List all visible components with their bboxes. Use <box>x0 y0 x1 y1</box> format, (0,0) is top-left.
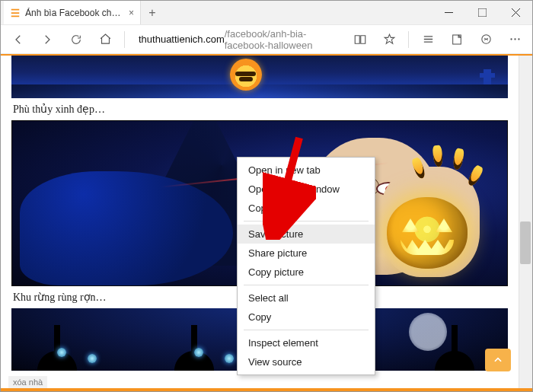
url-host: thuthuattienich.com <box>139 33 225 45</box>
address-bar[interactable]: thuthuattienich.com/facebook/anh-bia-fac… <box>131 29 344 50</box>
context-menu-item[interactable]: Copy <box>238 308 375 327</box>
svg-point-4 <box>510 38 512 40</box>
scroll-to-top-button[interactable] <box>485 349 511 371</box>
window-controls <box>432 1 532 24</box>
status-overlay-text: xóa nhà <box>8 376 47 388</box>
favorite-button[interactable] <box>376 28 402 51</box>
context-menu-item[interactable]: Save picture <box>238 225 375 244</box>
cross-shape <box>484 69 491 84</box>
separator <box>408 31 409 48</box>
notes-button[interactable] <box>444 28 470 51</box>
minimize-button[interactable] <box>432 1 465 24</box>
hub-button[interactable] <box>415 28 441 51</box>
maximize-button[interactable] <box>465 1 499 24</box>
context-menu-item[interactable]: Copy picture <box>238 263 375 282</box>
toolbar: thuthuattienich.com/facebook/anh-bia-fac… <box>1 25 532 54</box>
context-menu-item[interactable]: Copy link <box>238 199 375 218</box>
context-menu-item[interactable]: Open in new window <box>238 180 375 199</box>
context-menu-item[interactable]: Select all <box>238 288 375 308</box>
reading-view-button[interactable] <box>347 28 373 51</box>
pumpkin-icon <box>230 59 262 91</box>
svg-rect-1 <box>478 8 487 17</box>
back-button[interactable] <box>5 28 31 51</box>
context-menu-item[interactable]: Inspect element <box>238 333 375 352</box>
content-area: Phù thủy xinh đẹp… Khu rừng rùng rợn… <box>1 56 532 391</box>
svg-point-5 <box>514 38 515 40</box>
glowing-pumpkin <box>387 197 468 269</box>
svg-point-6 <box>518 38 519 40</box>
bottom-accent-bar <box>1 388 532 391</box>
scrollbar-thumb[interactable] <box>520 221 531 264</box>
separator <box>124 31 125 48</box>
new-tab-button[interactable]: + <box>141 1 164 24</box>
more-button[interactable] <box>502 28 528 51</box>
context-menu-item[interactable]: Open in new tab <box>238 161 375 180</box>
context-menu-item[interactable]: View source <box>238 352 375 371</box>
tab-close-icon[interactable]: × <box>129 8 134 18</box>
context-menu: Open in new tabOpen in new windowCopy li… <box>237 157 375 375</box>
tab-strip: Ảnh bìa Facebook chủ đ × + <box>1 1 432 24</box>
refresh-button[interactable] <box>63 28 89 51</box>
titlebar: Ảnh bìa Facebook chủ đ × + <box>1 1 532 25</box>
active-tab[interactable]: Ảnh bìa Facebook chủ đ × <box>4 1 141 24</box>
tab-title: Ảnh bìa Facebook chủ đ <box>25 8 124 18</box>
browser-window: Ảnh bìa Facebook chủ đ × + thuthuattieni… <box>0 0 533 392</box>
image-caption-1: Phù thủy xinh đẹp… <box>11 98 508 120</box>
context-menu-item[interactable]: Share picture <box>238 244 375 263</box>
forward-button[interactable] <box>34 28 60 51</box>
share-button[interactable] <box>473 28 499 51</box>
vertical-scrollbar[interactable] <box>519 56 532 391</box>
svg-rect-0 <box>445 12 453 13</box>
home-button[interactable] <box>92 28 118 51</box>
favicon <box>10 8 21 18</box>
url-path: /facebook/anh-bia-facebook-halloween <box>225 28 337 51</box>
header-image-fragment[interactable] <box>11 56 508 98</box>
close-window-button[interactable] <box>499 1 532 24</box>
